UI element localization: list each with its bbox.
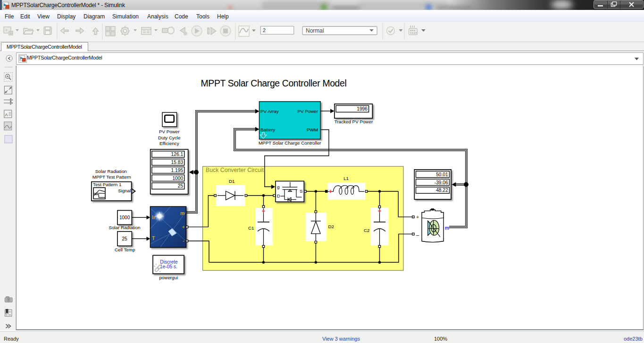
svg-text:D: D — [277, 193, 280, 198]
svg-text:A: A — [5, 112, 8, 117]
svg-text:1000: 1000 — [119, 215, 130, 220]
svg-text:-: - — [183, 238, 184, 243]
svg-text:D1: D1 — [229, 179, 235, 184]
svg-text:Duty Cycle: Duty Cycle — [158, 135, 181, 140]
svg-text:126.1: 126.1 — [171, 152, 184, 157]
svg-text:Efficiency: Efficiency — [159, 141, 179, 146]
svg-text:C2: C2 — [364, 228, 370, 233]
svg-text:MPPT Solar Charge Controller M: MPPT Solar Charge Controller Model — [201, 78, 347, 88]
svg-text:1e-05 s.: 1e-05 s. — [160, 264, 177, 269]
svg-text:Discrete: Discrete — [160, 259, 178, 265]
svg-text:MPPT Test Pattern: MPPT Test Pattern — [92, 174, 131, 180]
svg-text:powergui: powergui — [159, 275, 178, 280]
svg-text:Cell Temp: Cell Temp — [115, 247, 135, 252]
svg-text:1000: 1000 — [172, 176, 183, 181]
svg-text:m: m — [180, 210, 184, 216]
svg-text:Signal: Signal — [118, 188, 131, 193]
svg-text:Test Pattern 1: Test Pattern 1 — [93, 182, 121, 187]
svg-text:Solar Radiation: Solar Radiation — [95, 169, 127, 174]
svg-text:MPPT Solar Charge Controller: MPPT Solar Charge Controller — [259, 140, 321, 146]
svg-text:+: + — [182, 224, 185, 230]
svg-text:T: T — [152, 235, 155, 241]
svg-text:PV Power: PV Power — [159, 129, 180, 134]
svg-text:C1: C1 — [248, 225, 254, 231]
svg-text:1.195: 1.195 — [171, 168, 184, 173]
svg-text:1996: 1996 — [357, 106, 368, 111]
svg-text:PV Power: PV Power — [297, 109, 318, 114]
svg-text:PWM: PWM — [307, 127, 318, 132]
svg-text:50.01: 50.01 — [436, 172, 448, 177]
svg-text:48.22: 48.22 — [436, 188, 448, 193]
svg-text:Solar Radiation: Solar Radiation — [109, 225, 140, 230]
svg-text:m: m — [445, 225, 449, 231]
svg-text:Tracked PV Power: Tracked PV Power — [335, 119, 373, 124]
svg-text:Normal: Normal — [306, 27, 324, 34]
svg-text:25: 25 — [122, 236, 128, 241]
svg-text:-39.06: -39.06 — [435, 180, 448, 185]
svg-text:–: – — [416, 232, 419, 239]
svg-text:Battery: Battery — [260, 127, 275, 132]
svg-text:Ir: Ir — [152, 214, 155, 220]
svg-text:Buck Converter Circuit: Buck Converter Circuit — [206, 167, 264, 173]
svg-text:2: 2 — [263, 27, 266, 33]
svg-text:15.83: 15.83 — [171, 160, 184, 165]
svg-text:D2: D2 — [328, 224, 335, 229]
svg-text:S: S — [300, 189, 302, 194]
svg-text:PV Array: PV Array — [260, 109, 279, 114]
svg-text:g: g — [277, 184, 279, 189]
svg-text:L1: L1 — [343, 176, 349, 181]
svg-text:+: + — [416, 214, 419, 220]
svg-text:25: 25 — [178, 183, 184, 189]
